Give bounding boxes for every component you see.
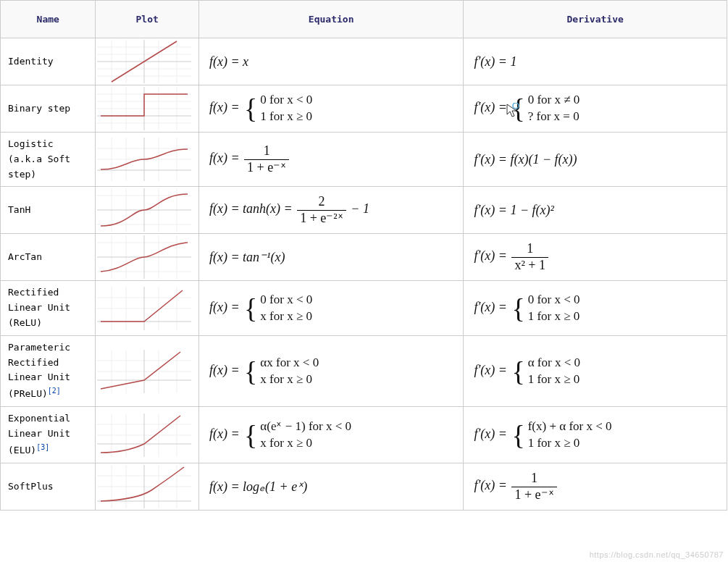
derivative-prelu: f′(x) = { α for x < 0 1 for x ≥ 0 xyxy=(464,335,727,407)
plot-tanh-svg xyxy=(97,188,191,232)
plot-identity xyxy=(96,38,199,85)
der-case-1: 0 for x < 0 xyxy=(528,293,580,306)
brace-icon: { xyxy=(244,95,257,122)
plot-binary-step xyxy=(96,85,199,133)
der-case-1: f(x) + α for x < 0 xyxy=(528,419,612,433)
der-text: f′(x) = 1 xyxy=(474,54,516,69)
eq-prefix: f(x) = xyxy=(209,363,243,377)
der-case-1: α for x < 0 xyxy=(528,356,580,369)
equation-binary-step: f(x) = { 0 for x < 0 1 for x ≥ 0 xyxy=(198,85,463,133)
header-name: Name xyxy=(1,1,96,38)
der-case-2: 1 for x ≥ 0 xyxy=(528,309,580,323)
row-elu: Exponential Linear Unit (ELU)[3] f(x) = … xyxy=(1,407,727,463)
eq-prefix: f(x) = xyxy=(209,100,243,114)
header-equation: Equation xyxy=(198,1,463,38)
brace-icon: { xyxy=(511,295,524,322)
name-softplus: SoftPlus xyxy=(1,463,96,511)
plot-identity-svg xyxy=(97,40,191,83)
der-prefix: f′(x) = xyxy=(474,427,510,441)
row-relu: Rectified Linear Unit (ReLU) f(x) = { 0 … xyxy=(1,281,727,335)
der-num: 1 xyxy=(511,241,548,258)
name-line: (PReLU) xyxy=(8,389,48,400)
name-line: Parameteric xyxy=(8,342,70,353)
equation-elu: f(x) = { α(eˣ − 1) for x < 0 x for x ≥ 0 xyxy=(198,407,463,463)
derivative-elu: f′(x) = { f(x) + α for x < 0 1 for x ≥ 0 xyxy=(464,407,727,463)
plot-binary-step-svg xyxy=(97,87,191,130)
equation-arctan: f(x) = tan⁻¹(x) xyxy=(198,234,463,281)
eq-fraction: 1 1 + e⁻ˣ xyxy=(244,143,289,175)
derivative-arctan: f′(x) = 1 x² + 1 xyxy=(464,234,727,281)
name-line: Linear Unit xyxy=(8,428,70,439)
name-tanh: TanH xyxy=(1,187,96,234)
plot-relu xyxy=(96,281,199,335)
header-row: Name Plot Equation Derivative xyxy=(1,1,727,38)
eq-suffix: − 1 xyxy=(351,202,369,217)
equation-prelu: f(x) = { αx for x < 0 x for x ≥ 0 xyxy=(198,335,463,407)
plot-arctan xyxy=(96,234,199,281)
eq-den: 1 + e⁻²ˣ xyxy=(297,211,346,227)
row-arctan: ArcTan f(x) = tan⁻¹(x) f′(x) = 1 x² + 1 xyxy=(1,234,727,281)
header-plot: Plot xyxy=(96,1,199,38)
derivative-binary-step: f′(x) = { 0 for x ≠ 0 ? for x = 0 xyxy=(464,85,727,133)
der-prefix: f′(x) = xyxy=(474,249,510,264)
eq-brace-block: { 0 for x < 0 1 for x ≥ 0 xyxy=(243,92,312,125)
eq-num: 2 xyxy=(297,194,346,211)
row-tanh: TanH f(x) = tanh(x) = 2 1 + e⁻²ˣ − 1 f′(… xyxy=(1,187,727,234)
der-prefix: f′(x) = xyxy=(474,478,510,492)
der-den: x² + 1 xyxy=(511,258,548,274)
name-line: Exponential xyxy=(8,413,70,424)
row-logistic: Logistic (a.k.a Soft step) f(x) = 1 1 + … xyxy=(1,133,727,187)
reference-link[interactable]: [3] xyxy=(36,443,49,451)
derivative-tanh: f′(x) = 1 − f(x)² xyxy=(464,187,727,234)
eq-text: f(x) = tan⁻¹(x) xyxy=(209,250,285,264)
plot-relu-svg xyxy=(97,287,191,330)
name-identity: Identity xyxy=(1,38,96,85)
der-den: 1 + e⁻ˣ xyxy=(511,487,556,503)
name-line: Rectified xyxy=(8,357,59,368)
brace-icon: { xyxy=(244,358,257,385)
der-prefix: f′(x) = xyxy=(474,363,510,377)
eq-text: f(x) = x xyxy=(209,54,248,69)
eq-prefix: f(x) = xyxy=(209,300,243,314)
plot-prelu xyxy=(96,335,199,407)
der-fraction: 1 x² + 1 xyxy=(511,241,548,273)
row-binary-step: Binary step f(x) = { 0 for x < 0 xyxy=(1,85,727,133)
eq-case-1: 0 for x < 0 xyxy=(260,93,312,106)
name-binary-step: Binary step xyxy=(1,85,96,133)
brace-icon: { xyxy=(244,295,257,322)
name-logistic: Logistic (a.k.a Soft step) xyxy=(1,133,96,187)
brace-icon: { xyxy=(511,95,524,122)
plot-elu-svg xyxy=(97,413,191,457)
name-line: Linear Unit xyxy=(8,371,70,382)
der-case-2: 1 for x ≥ 0 xyxy=(528,372,580,386)
derivative-softplus: f′(x) = 1 1 + e⁻ˣ xyxy=(464,463,727,511)
equation-tanh: f(x) = tanh(x) = 2 1 + e⁻²ˣ − 1 xyxy=(198,187,463,234)
name-arctan: ArcTan xyxy=(1,234,96,281)
eq-num: 1 xyxy=(244,143,289,160)
eq-case-2: 1 for x ≥ 0 xyxy=(260,109,312,123)
der-case-2: 1 for x ≥ 0 xyxy=(528,436,580,450)
header-derivative: Derivative xyxy=(464,1,727,38)
der-case-1: 0 for x ≠ 0 xyxy=(528,93,580,106)
der-text: f′(x) = 1 − f(x)² xyxy=(474,203,554,217)
row-softplus: SoftPlus f(x) = logₑ(1 + eˣ) f′(x) = 1 1… xyxy=(1,463,727,511)
reference-link[interactable]: [2] xyxy=(48,387,61,395)
plot-softplus-svg xyxy=(97,465,191,508)
eq-case-2: x for x ≥ 0 xyxy=(260,372,312,386)
derivative-relu: f′(x) = { 0 for x < 0 1 for x ≥ 0 xyxy=(464,281,727,335)
eq-text: f(x) = logₑ(1 + eˣ) xyxy=(209,479,307,494)
plot-logistic-svg xyxy=(97,138,191,181)
name-line: (ELU) xyxy=(8,445,36,455)
der-prefix: f′(x) = xyxy=(474,300,510,314)
equation-identity: f(x) = x xyxy=(198,38,463,85)
plot-logistic xyxy=(96,133,199,187)
equation-logistic: f(x) = 1 1 + e⁻ˣ xyxy=(198,133,463,187)
plot-softplus xyxy=(96,463,199,511)
equation-relu: f(x) = { 0 for x < 0 x for x ≥ 0 xyxy=(198,281,463,335)
eq-prefix: f(x) = xyxy=(209,151,243,165)
name-relu: Rectified Linear Unit (ReLU) xyxy=(1,281,96,335)
der-text: f′(x) = f(x)(1 − f(x)) xyxy=(474,152,577,167)
row-identity: Identity f(x) = x f′(x) = 1 xyxy=(1,38,727,85)
der-prefix: f′(x) = xyxy=(474,100,510,114)
eq-case-2: x for x ≥ 0 xyxy=(260,436,312,450)
